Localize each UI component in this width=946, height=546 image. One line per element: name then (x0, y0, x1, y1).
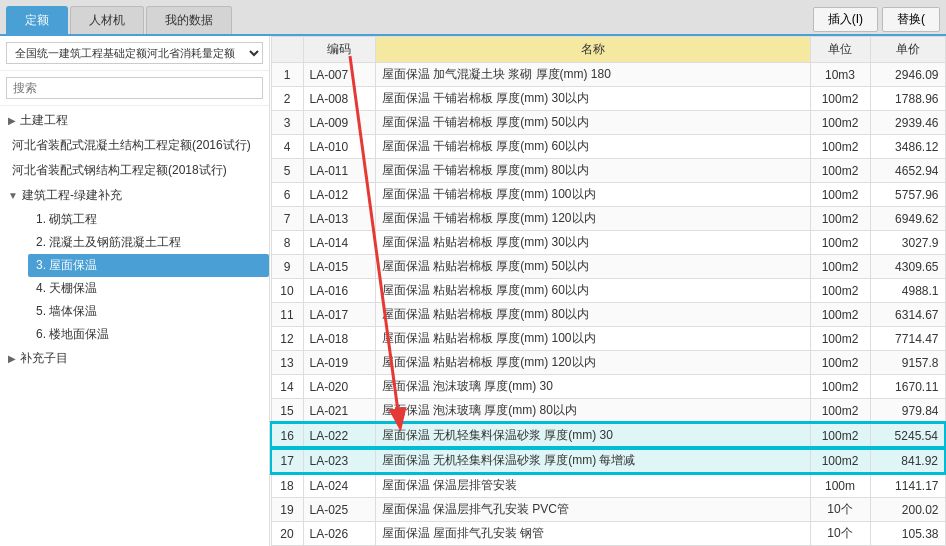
cell-unit: 100m2 (810, 159, 870, 183)
cell-unit: 100m2 (810, 423, 870, 448)
cell-name: 屋面保温 保温层排气孔安装 PVC管 (375, 498, 810, 522)
cell-name: 屋面保温 干铺岩棉板 厚度(mm) 120以内 (375, 207, 810, 231)
table-row[interactable]: 19LA-025屋面保温 保温层排气孔安装 PVC管10个200.02 (271, 498, 945, 522)
table-row[interactable]: 15LA-021屋面保温 泡沫玻璃 厚度(mm) 80以内100m2979.84 (271, 399, 945, 424)
cell-name: 屋面保温 干铺岩棉板 厚度(mm) 30以内 (375, 87, 810, 111)
cell-unit: 100m (810, 473, 870, 498)
table-row[interactable]: 11LA-017屋面保温 粘贴岩棉板 厚度(mm) 80以内100m26314.… (271, 303, 945, 327)
cell-code: LA-013 (303, 207, 375, 231)
cell-unit: 10个 (810, 498, 870, 522)
table-row[interactable]: 10LA-016屋面保温 粘贴岩棉板 厚度(mm) 60以内100m24988.… (271, 279, 945, 303)
cell-unit: 100m2 (810, 255, 870, 279)
table-row[interactable]: 18LA-024屋面保温 保温层排管安装100m1141.17 (271, 473, 945, 498)
table-row[interactable]: 17LA-023屋面保温 无机轻集料保温砂浆 厚度(mm) 每增减100m284… (271, 448, 945, 473)
cell-code: LA-007 (303, 63, 375, 87)
cell-unit: 100m2 (810, 111, 870, 135)
table-row[interactable]: 13LA-019屋面保温 粘贴岩棉板 厚度(mm) 120以内100m29157… (271, 351, 945, 375)
cell-unit: 10个 (810, 522, 870, 546)
tab-dinge[interactable]: 定额 (6, 6, 68, 34)
table-row[interactable]: 2LA-008屋面保温 干铺岩棉板 厚度(mm) 30以内100m21788.9… (271, 87, 945, 111)
cell-num: 15 (271, 399, 303, 424)
table-row[interactable]: 5LA-011屋面保温 干铺岩棉板 厚度(mm) 80以内100m24652.9… (271, 159, 945, 183)
cell-num: 14 (271, 375, 303, 399)
cell-price: 6949.62 (870, 207, 945, 231)
tree-panel: ▶ 土建工程 河北省装配式混凝土结构工程定额(2016试行) 河北省装配式钢结构… (0, 106, 269, 546)
cell-name: 屋面保温 粘贴岩棉板 厚度(mm) 80以内 (375, 303, 810, 327)
tree-item-bufu[interactable]: ▶ 补充子目 (0, 346, 269, 371)
cell-price: 4309.65 (870, 255, 945, 279)
cell-code: LA-021 (303, 399, 375, 424)
cell-num: 5 (271, 159, 303, 183)
cell-price: 3486.12 (870, 135, 945, 159)
tree-leaf-hunningtu[interactable]: 2. 混凝土及钢筋混凝土工程 (28, 231, 269, 254)
tree-leaf-qizhu[interactable]: 1. 砌筑工程 (28, 208, 269, 231)
cell-price: 105.38 (870, 522, 945, 546)
cell-price: 3027.9 (870, 231, 945, 255)
cell-code: LA-018 (303, 327, 375, 351)
cell-num: 4 (271, 135, 303, 159)
cell-num: 19 (271, 498, 303, 522)
cell-code: LA-025 (303, 498, 375, 522)
table-row[interactable]: 9LA-015屋面保温 粘贴岩棉板 厚度(mm) 50以内100m24309.6… (271, 255, 945, 279)
cell-name: 屋面保温 干铺岩棉板 厚度(mm) 50以内 (375, 111, 810, 135)
table-row[interactable]: 7LA-013屋面保温 干铺岩棉板 厚度(mm) 120以内100m26949.… (271, 207, 945, 231)
tree-group-lvjian[interactable]: ▼ 建筑工程-绿建补充 (0, 183, 269, 208)
cell-unit: 100m2 (810, 279, 870, 303)
tree-leaf-tianpeng[interactable]: 4. 天棚保温 (28, 277, 269, 300)
cell-price: 200.02 (870, 498, 945, 522)
cell-price: 7714.47 (870, 327, 945, 351)
cell-num: 2 (271, 87, 303, 111)
cell-price: 1141.17 (870, 473, 945, 498)
cell-name: 屋面保温 粘贴岩棉板 厚度(mm) 60以内 (375, 279, 810, 303)
cell-code: LA-023 (303, 448, 375, 473)
col-header-unit: 单位 (810, 37, 870, 63)
table-row[interactable]: 1LA-007屋面保温 加气混凝土块 浆砌 厚度(mm) 18010m32946… (271, 63, 945, 87)
replace-button[interactable]: 替换( (882, 7, 940, 32)
cell-price: 5757.96 (870, 183, 945, 207)
insert-button[interactable]: 插入(I) (813, 7, 878, 32)
cell-code: LA-024 (303, 473, 375, 498)
cell-name: 屋面保温 泡沫玻璃 厚度(mm) 30 (375, 375, 810, 399)
table-row[interactable]: 14LA-020屋面保温 泡沫玻璃 厚度(mm) 30100m21670.11 (271, 375, 945, 399)
cell-num: 1 (271, 63, 303, 87)
cell-price: 2939.46 (870, 111, 945, 135)
cell-price: 4988.1 (870, 279, 945, 303)
cell-code: LA-022 (303, 423, 375, 448)
cell-unit: 100m2 (810, 399, 870, 424)
tab-mydata[interactable]: 我的数据 (146, 6, 232, 34)
cell-num: 11 (271, 303, 303, 327)
tree-leaf-wumian[interactable]: 3. 屋面保温 (28, 254, 269, 277)
cell-num: 9 (271, 255, 303, 279)
cell-code: LA-019 (303, 351, 375, 375)
cell-price: 841.92 (870, 448, 945, 473)
cell-price: 979.84 (870, 399, 945, 424)
cell-unit: 100m2 (810, 231, 870, 255)
cell-num: 17 (271, 448, 303, 473)
cell-code: LA-009 (303, 111, 375, 135)
tree-item-hebei2[interactable]: 河北省装配式钢结构工程定额(2018试行) (0, 158, 269, 183)
col-header-name: 名称 (375, 37, 810, 63)
cell-name: 屋面保温 粘贴岩棉板 厚度(mm) 100以内 (375, 327, 810, 351)
cell-num: 12 (271, 327, 303, 351)
quota-dropdown[interactable]: 全国统一建筑工程基础定额河北省消耗量定额（2012） (6, 42, 263, 64)
tree-leaf-loudi[interactable]: 6. 楼地面保温 (28, 323, 269, 346)
table-row[interactable]: 8LA-014屋面保温 粘贴岩棉板 厚度(mm) 30以内100m23027.9 (271, 231, 945, 255)
tree-item-tujian[interactable]: ▶ 土建工程 (0, 108, 269, 133)
cell-code: LA-008 (303, 87, 375, 111)
search-input[interactable] (6, 77, 263, 99)
tree-leaf-qiangti[interactable]: 5. 墙体保温 (28, 300, 269, 323)
table-row[interactable]: 16LA-022屋面保温 无机轻集料保温砂浆 厚度(mm) 30100m2524… (271, 423, 945, 448)
cell-num: 18 (271, 473, 303, 498)
cell-price: 1670.11 (870, 375, 945, 399)
table-container[interactable]: 编码 名称 单位 单价 1LA-007屋面保温 加气混凝土块 浆砌 厚度(mm)… (270, 36, 946, 546)
tab-rencaiji[interactable]: 人材机 (70, 6, 144, 34)
table-row[interactable]: 3LA-009屋面保温 干铺岩棉板 厚度(mm) 50以内100m22939.4… (271, 111, 945, 135)
cell-unit: 100m2 (810, 351, 870, 375)
tree-item-hebei1[interactable]: 河北省装配式混凝土结构工程定额(2016试行) (0, 133, 269, 158)
table-row[interactable]: 12LA-018屋面保温 粘贴岩棉板 厚度(mm) 100以内100m27714… (271, 327, 945, 351)
cell-num: 10 (271, 279, 303, 303)
cell-unit: 100m2 (810, 448, 870, 473)
table-row[interactable]: 6LA-012屋面保温 干铺岩棉板 厚度(mm) 100以内100m25757.… (271, 183, 945, 207)
table-row[interactable]: 4LA-010屋面保温 干铺岩棉板 厚度(mm) 60以内100m23486.1… (271, 135, 945, 159)
table-row[interactable]: 20LA-026屋面保温 屋面排气孔安装 钢管10个105.38 (271, 522, 945, 546)
